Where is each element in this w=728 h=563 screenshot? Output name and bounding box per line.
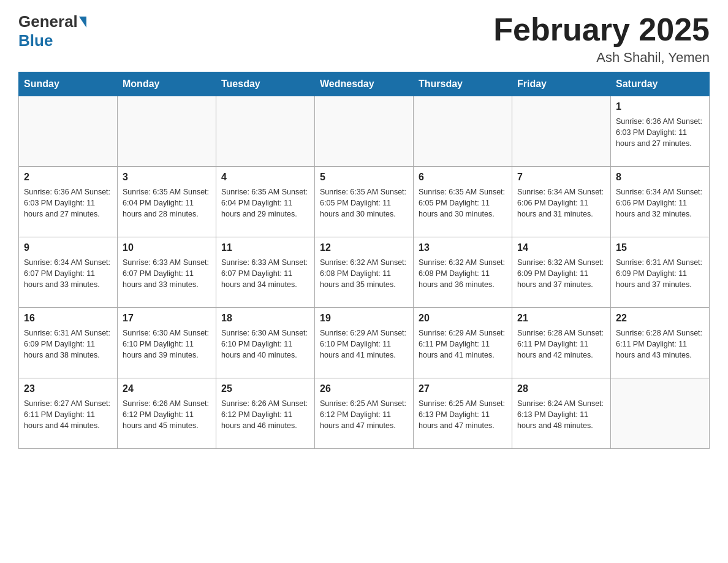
title-area: February 2025 Ash Shahil, Yemen: [493, 12, 710, 66]
day-info: Sunrise: 6:36 AM Sunset: 6:03 PM Dayligh…: [616, 116, 704, 149]
weekday-header-saturday: Saturday: [611, 72, 710, 96]
day-info: Sunrise: 6:36 AM Sunset: 6:03 PM Dayligh…: [24, 186, 112, 220]
day-info: Sunrise: 6:30 AM Sunset: 6:10 PM Dayligh…: [123, 327, 211, 361]
day-info: Sunrise: 6:30 AM Sunset: 6:10 PM Dayligh…: [221, 327, 309, 361]
calendar-cell: 13Sunrise: 6:32 AM Sunset: 6:08 PM Dayli…: [414, 237, 512, 308]
calendar-week-1: 1Sunrise: 6:36 AM Sunset: 6:03 PM Daylig…: [19, 96, 710, 167]
calendar-cell: 23Sunrise: 6:27 AM Sunset: 6:11 PM Dayli…: [19, 378, 118, 449]
page-header: General Blue February 2025 Ash Shahil, Y…: [18, 12, 710, 66]
day-info: Sunrise: 6:28 AM Sunset: 6:11 PM Dayligh…: [616, 327, 704, 361]
day-number: 12: [320, 241, 408, 255]
day-info: Sunrise: 6:24 AM Sunset: 6:13 PM Dayligh…: [517, 398, 605, 431]
calendar-cell: 4Sunrise: 6:35 AM Sunset: 6:04 PM Daylig…: [216, 167, 315, 237]
day-info: Sunrise: 6:25 AM Sunset: 6:13 PM Dayligh…: [419, 398, 507, 431]
calendar-cell: 17Sunrise: 6:30 AM Sunset: 6:10 PM Dayli…: [118, 308, 216, 378]
day-number: 22: [616, 312, 704, 325]
day-info: Sunrise: 6:32 AM Sunset: 6:08 PM Dayligh…: [419, 257, 507, 290]
day-info: Sunrise: 6:33 AM Sunset: 6:07 PM Dayligh…: [123, 257, 211, 290]
calendar-cell: 5Sunrise: 6:35 AM Sunset: 6:05 PM Daylig…: [315, 167, 414, 237]
calendar-cell: 9Sunrise: 6:34 AM Sunset: 6:07 PM Daylig…: [19, 237, 118, 308]
weekday-header-tuesday: Tuesday: [216, 72, 315, 96]
day-number: 1: [616, 100, 704, 113]
logo-arrow-icon: [79, 17, 86, 28]
day-info: Sunrise: 6:31 AM Sunset: 6:09 PM Dayligh…: [616, 257, 704, 290]
calendar-cell: [611, 378, 710, 449]
location-label: Ash Shahil, Yemen: [493, 50, 710, 66]
day-info: Sunrise: 6:29 AM Sunset: 6:10 PM Dayligh…: [320, 327, 408, 361]
calendar-cell: 8Sunrise: 6:34 AM Sunset: 6:06 PM Daylig…: [611, 167, 710, 237]
calendar-week-4: 16Sunrise: 6:31 AM Sunset: 6:09 PM Dayli…: [19, 308, 710, 378]
weekday-header-row: SundayMondayTuesdayWednesdayThursdayFrid…: [19, 72, 710, 96]
day-info: Sunrise: 6:35 AM Sunset: 6:05 PM Dayligh…: [419, 186, 507, 220]
day-info: Sunrise: 6:26 AM Sunset: 6:12 PM Dayligh…: [221, 398, 309, 431]
day-number: 17: [123, 312, 211, 325]
day-info: Sunrise: 6:29 AM Sunset: 6:11 PM Dayligh…: [419, 327, 507, 361]
day-info: Sunrise: 6:27 AM Sunset: 6:11 PM Dayligh…: [24, 398, 112, 431]
calendar-cell: 22Sunrise: 6:28 AM Sunset: 6:11 PM Dayli…: [611, 308, 710, 378]
weekday-header-wednesday: Wednesday: [315, 72, 414, 96]
weekday-header-sunday: Sunday: [19, 72, 118, 96]
logo-general-text: General: [18, 12, 78, 31]
calendar-cell: 11Sunrise: 6:33 AM Sunset: 6:07 PM Dayli…: [216, 237, 315, 308]
calendar-cell: 12Sunrise: 6:32 AM Sunset: 6:08 PM Dayli…: [315, 237, 414, 308]
day-number: 14: [517, 241, 605, 255]
day-number: 27: [419, 382, 507, 396]
calendar-week-3: 9Sunrise: 6:34 AM Sunset: 6:07 PM Daylig…: [19, 237, 710, 308]
day-number: 19: [320, 312, 408, 325]
day-number: 15: [616, 241, 704, 255]
calendar-header: SundayMondayTuesdayWednesdayThursdayFrid…: [19, 72, 710, 96]
day-info: Sunrise: 6:28 AM Sunset: 6:11 PM Dayligh…: [517, 327, 605, 361]
day-number: 8: [616, 170, 704, 184]
calendar-cell: 19Sunrise: 6:29 AM Sunset: 6:10 PM Dayli…: [315, 308, 414, 378]
calendar-cell: 15Sunrise: 6:31 AM Sunset: 6:09 PM Dayli…: [611, 237, 710, 308]
weekday-header-thursday: Thursday: [414, 72, 512, 96]
day-number: 11: [221, 241, 309, 255]
calendar-cell: 24Sunrise: 6:26 AM Sunset: 6:12 PM Dayli…: [118, 378, 216, 449]
day-number: 20: [419, 312, 507, 325]
day-info: Sunrise: 6:32 AM Sunset: 6:08 PM Dayligh…: [320, 257, 408, 290]
calendar-cell: [118, 96, 216, 167]
calendar-cell: 26Sunrise: 6:25 AM Sunset: 6:12 PM Dayli…: [315, 378, 414, 449]
day-info: Sunrise: 6:35 AM Sunset: 6:04 PM Dayligh…: [123, 186, 211, 220]
calendar-cell: 14Sunrise: 6:32 AM Sunset: 6:09 PM Dayli…: [512, 237, 611, 308]
day-info: Sunrise: 6:25 AM Sunset: 6:12 PM Dayligh…: [320, 398, 408, 431]
calendar-cell: [512, 96, 611, 167]
calendar-cell: 28Sunrise: 6:24 AM Sunset: 6:13 PM Dayli…: [512, 378, 611, 449]
day-number: 16: [24, 312, 112, 325]
calendar-cell: [315, 96, 414, 167]
day-number: 23: [24, 382, 112, 396]
day-info: Sunrise: 6:34 AM Sunset: 6:06 PM Dayligh…: [616, 186, 704, 220]
day-info: Sunrise: 6:34 AM Sunset: 6:06 PM Dayligh…: [517, 186, 605, 220]
calendar-cell: 7Sunrise: 6:34 AM Sunset: 6:06 PM Daylig…: [512, 167, 611, 237]
day-number: 6: [419, 170, 507, 184]
day-number: 24: [123, 382, 211, 396]
day-number: 25: [221, 382, 309, 396]
calendar-body: 1Sunrise: 6:36 AM Sunset: 6:03 PM Daylig…: [19, 96, 710, 449]
logo-blue-text: Blue: [18, 31, 53, 50]
calendar-cell: [216, 96, 315, 167]
calendar-cell: 16Sunrise: 6:31 AM Sunset: 6:09 PM Dayli…: [19, 308, 118, 378]
day-info: Sunrise: 6:26 AM Sunset: 6:12 PM Dayligh…: [123, 398, 211, 431]
calendar-cell: 27Sunrise: 6:25 AM Sunset: 6:13 PM Dayli…: [414, 378, 512, 449]
day-info: Sunrise: 6:33 AM Sunset: 6:07 PM Dayligh…: [221, 257, 309, 290]
calendar-cell: 18Sunrise: 6:30 AM Sunset: 6:10 PM Dayli…: [216, 308, 315, 378]
logo: General Blue: [18, 12, 88, 50]
calendar-cell: 25Sunrise: 6:26 AM Sunset: 6:12 PM Dayli…: [216, 378, 315, 449]
day-number: 10: [123, 241, 211, 255]
calendar-week-2: 2Sunrise: 6:36 AM Sunset: 6:03 PM Daylig…: [19, 167, 710, 237]
month-title: February 2025: [493, 12, 710, 47]
calendar-cell: 21Sunrise: 6:28 AM Sunset: 6:11 PM Dayli…: [512, 308, 611, 378]
calendar-cell: 10Sunrise: 6:33 AM Sunset: 6:07 PM Dayli…: [118, 237, 216, 308]
calendar-cell: 1Sunrise: 6:36 AM Sunset: 6:03 PM Daylig…: [611, 96, 710, 167]
calendar-cell: [414, 96, 512, 167]
day-number: 18: [221, 312, 309, 325]
calendar-cell: 6Sunrise: 6:35 AM Sunset: 6:05 PM Daylig…: [414, 167, 512, 237]
day-number: 7: [517, 170, 605, 184]
day-info: Sunrise: 6:31 AM Sunset: 6:09 PM Dayligh…: [24, 327, 112, 361]
day-info: Sunrise: 6:35 AM Sunset: 6:05 PM Dayligh…: [320, 186, 408, 220]
weekday-header-friday: Friday: [512, 72, 611, 96]
calendar-cell: [19, 96, 118, 167]
day-number: 2: [24, 170, 112, 184]
day-number: 9: [24, 241, 112, 255]
calendar-week-5: 23Sunrise: 6:27 AM Sunset: 6:11 PM Dayli…: [19, 378, 710, 449]
